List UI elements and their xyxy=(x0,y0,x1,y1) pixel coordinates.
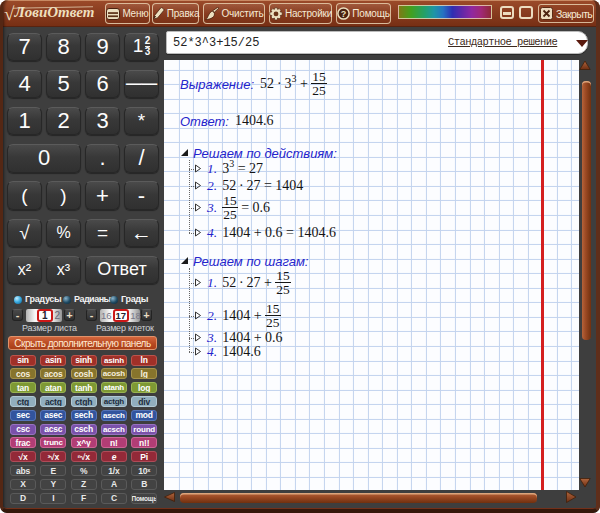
svg-text:?: ? xyxy=(341,9,346,19)
